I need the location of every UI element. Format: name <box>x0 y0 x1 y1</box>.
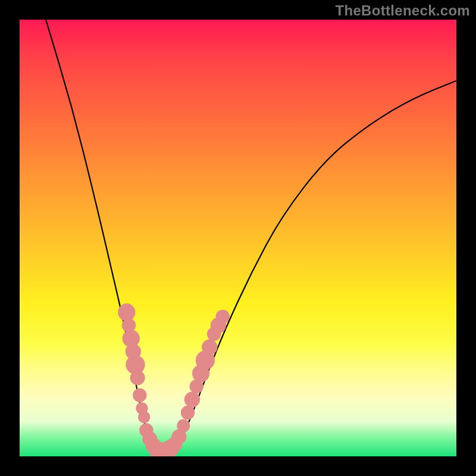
scatter-dot <box>130 370 145 385</box>
scatter-dots <box>118 303 230 456</box>
chart-svg <box>20 20 456 456</box>
bottleneck-curve <box>46 20 456 452</box>
scatter-dot <box>138 411 151 424</box>
scatter-dot <box>118 303 135 321</box>
chart-frame: TheBottleneck.com <box>0 0 476 476</box>
plot-area <box>20 20 456 456</box>
scatter-dot <box>202 339 217 355</box>
scatter-dot <box>177 419 190 433</box>
scatter-dot <box>133 388 146 402</box>
watermark-label: TheBottleneck.com <box>336 2 470 19</box>
scatter-dot <box>184 392 200 407</box>
scatter-dot <box>216 309 230 323</box>
scatter-dot <box>181 406 195 419</box>
